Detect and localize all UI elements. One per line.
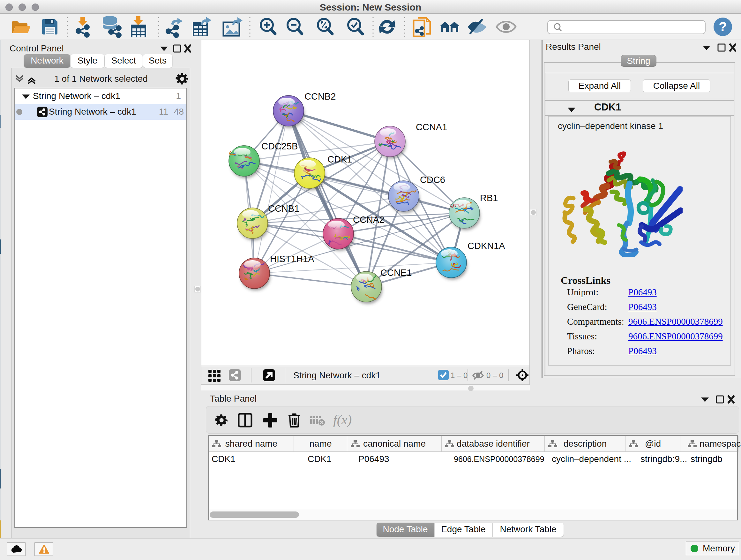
svg-text:RB1: RB1 — [480, 193, 498, 203]
svg-text:String Network – cdk1: String Network – cdk1 — [293, 370, 381, 380]
svg-text:CCNB2: CCNB2 — [305, 91, 336, 102]
svg-text:CCNB1: CCNB1 — [268, 203, 299, 213]
svg-text:0 – 0: 0 – 0 — [486, 371, 503, 380]
svg-text:CCNE1: CCNE1 — [381, 267, 412, 278]
svg-text:f(x): f(x) — [333, 413, 352, 428]
svg-text:?: ? — [719, 19, 727, 34]
svg-text:CDKN1A: CDKN1A — [468, 241, 505, 251]
svg-text:CDK1: CDK1 — [327, 154, 352, 165]
svg-text:1 – 0: 1 – 0 — [451, 371, 468, 380]
svg-text:CCNA1: CCNA1 — [416, 122, 447, 132]
svg-text:HIST1H1A: HIST1H1A — [270, 254, 314, 264]
svg-text:CCNA2: CCNA2 — [353, 214, 384, 225]
svg-text:CDC6: CDC6 — [420, 175, 445, 185]
svg-text:CDC25B: CDC25B — [261, 141, 298, 151]
